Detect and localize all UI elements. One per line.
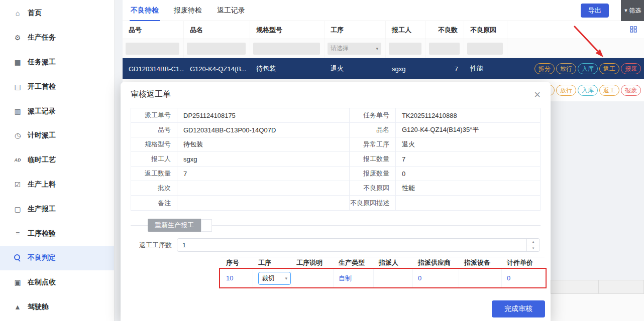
info-row: 规格型号 待包装 异常工序 退火 [131, 137, 540, 152]
scrap-button[interactable]: 报废 [621, 63, 641, 74]
section-toggle-button[interactable] [201, 219, 212, 232]
info-label: 品名 [350, 123, 396, 137]
rework-button[interactable]: 返工 [599, 85, 619, 96]
cell-defect-reason: 性能 [464, 58, 507, 79]
info-label: 派工单号 [131, 108, 177, 122]
filter-defect-qty-input[interactable] [429, 43, 460, 55]
info-label: 规格型号 [131, 137, 177, 151]
sidebar-item-defect-judgment[interactable]: 不良判定 [0, 246, 114, 270]
col-header-defect-qty: 不良数 [426, 21, 464, 39]
sidebar-item-label: 不良判定 [28, 253, 56, 262]
steps-cell-seq: 10 [221, 269, 253, 287]
table-filter-row: 请选择 ▾ [123, 39, 644, 58]
info-label: 不良原因描述 [350, 196, 396, 210]
sidebar-item-label: 工序检验 [28, 229, 56, 238]
info-label: 报工人 [131, 152, 177, 166]
info-label: 报废数量 [350, 167, 396, 181]
filter-process-select-value: 请选择 [331, 44, 349, 53]
cell-reporter: sgxg [386, 58, 426, 79]
id-card-icon: ▤ [13, 83, 22, 91]
background-cell [551, 280, 599, 294]
stock-in-button[interactable]: 入库 [578, 63, 598, 74]
release-button[interactable]: 放行 [556, 85, 576, 96]
steps-cell-assignee[interactable] [374, 269, 413, 287]
info-label: 批次 [131, 181, 177, 195]
sidebar-item-production-feeding[interactable]: ☑ 生产上料 [0, 173, 114, 197]
filter-button[interactable]: ▼ 筛选 [621, 0, 644, 21]
split-button[interactable]: 拆分 [534, 63, 555, 74]
info-value [177, 196, 350, 210]
rework-info-table: 派工单号 DP251124108175 任务单号 TK2025112410888… [131, 108, 541, 211]
sidebar-item-production-tasks[interactable]: ⚙ 生产任务 [0, 26, 114, 50]
sidebar-item-production-reporting[interactable]: ▢ 生产报工 [0, 197, 114, 221]
cell-spec: 待包装 [250, 58, 325, 79]
info-label: 报工数量 [350, 152, 396, 166]
release-button[interactable]: 放行 [556, 63, 576, 74]
sidebar-item-dispatch-records[interactable]: ▥ 派工记录 [0, 99, 114, 123]
list-icon: ≡ [13, 230, 22, 238]
sidebar-item-process-inspection[interactable]: ≡ 工序检验 [0, 221, 114, 246]
steps-cell-process: 裁切 ▾ [253, 269, 291, 287]
filter-reporter-input[interactable] [389, 43, 421, 55]
sitemap-icon: ▦ [13, 58, 22, 66]
tab-defect-pending[interactable]: 不良待检 [130, 0, 160, 21]
rework-steps-input[interactable] [177, 239, 540, 251]
col-header-actions [507, 21, 644, 39]
sidebar-item-dashboard[interactable]: ▲ 驾驶舱 [0, 295, 114, 319]
info-label: 不良原因 [350, 181, 396, 195]
table-header-row: 品号 品名 规格型号 工序 报工人 不良数 不良原因 [123, 21, 644, 39]
modal-title: 审核返工单 [131, 89, 171, 100]
steps-cell-description[interactable] [291, 269, 334, 287]
background-table-footer [551, 280, 644, 294]
steps-cell-prod-type[interactable]: 自制 [334, 269, 374, 287]
column-settings-icon[interactable] [630, 26, 637, 34]
filter-label: 筛选 [629, 7, 641, 15]
section-divider: 重新生产报工 [131, 219, 541, 232]
table-row-selected[interactable]: GD120314BB-C1... G120-K4-QZ14(B... 待包装 退… [123, 58, 644, 79]
filter-spec-input[interactable] [253, 43, 320, 55]
filter-defect-reason-input[interactable] [467, 43, 503, 55]
export-button[interactable]: 导出 [581, 4, 609, 18]
info-value: 性能 [396, 181, 540, 195]
scrap-button[interactable]: 报废 [621, 85, 641, 96]
steps-col-device: 指派设备 [459, 257, 502, 268]
sidebar-item-label: 驾驶舱 [28, 302, 49, 311]
info-row: 备注 不良原因描述 [131, 196, 540, 210]
sidebar-item-task-dispatch[interactable]: ▦ 任务派工 [0, 50, 114, 75]
col-header-spec: 规格型号 [250, 21, 325, 39]
stepper-up-icon[interactable]: ▴ [527, 239, 540, 245]
magnifier-icon [13, 254, 22, 262]
sidebar-item-wip-receipt[interactable]: ▣ 在制点收 [0, 270, 114, 295]
info-value: TK2025112410888 [396, 108, 540, 122]
complete-review-button[interactable]: 完成审核 [492, 300, 545, 317]
info-label: 返工数量 [131, 167, 177, 181]
tab-rework-records[interactable]: 返工记录 [216, 0, 246, 21]
modal-footer: 完成审核 [121, 300, 551, 321]
steps-data-row[interactable]: 10 裁切 ▾ 自制 0 0 [221, 269, 545, 288]
box-icon: ▣ [13, 278, 22, 286]
filter-item-no-input[interactable] [126, 43, 179, 55]
process-select[interactable]: 裁切 ▾ [258, 272, 291, 285]
sidebar-item-home[interactable]: ⌂ 首页 [0, 1, 114, 26]
col-header-reporter: 报工人 [386, 21, 426, 39]
sidebar-item-temp-process[interactable]: AD 临时工艺 [0, 148, 114, 173]
chevron-down-icon: ▾ [285, 276, 287, 281]
sidebar-item-timed-dispatch[interactable]: ◷ 计时派工 [0, 123, 114, 148]
rework-button[interactable]: 返工 [599, 63, 619, 74]
filter-process-select[interactable]: 请选择 ▾ [328, 43, 381, 55]
cell-item-name: G120-K4-QZ14(B... [184, 58, 250, 79]
close-icon[interactable]: × [534, 90, 541, 99]
records-icon: ▥ [13, 107, 22, 115]
stepper-down-icon[interactable]: ▾ [527, 245, 540, 251]
sidebar-item-first-inspection[interactable]: ▤ 开工首检 [0, 74, 114, 99]
row-actions: 拆分 放行 入库 返工 报废 [507, 58, 644, 79]
stock-in-button[interactable]: 入库 [578, 85, 598, 96]
steps-cell-piece-price[interactable]: 0 [502, 269, 545, 287]
steps-cell-device[interactable] [459, 269, 502, 287]
sidebar-item-label: 派工记录 [28, 107, 56, 116]
filter-item-name-input[interactable] [187, 43, 246, 55]
background-area [551, 294, 644, 321]
chevron-down-icon: ▾ [376, 46, 378, 51]
steps-cell-supplier[interactable]: 0 [413, 269, 459, 287]
tab-scrap-pending[interactable]: 报废待检 [173, 0, 203, 21]
